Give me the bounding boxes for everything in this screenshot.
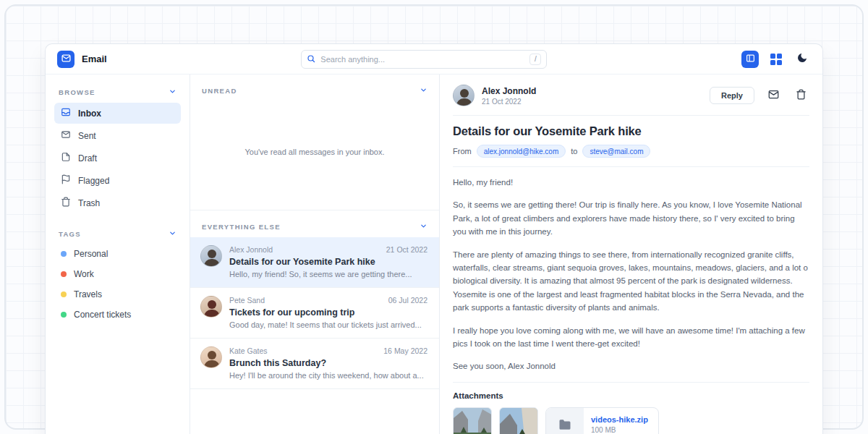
delete-email-button[interactable] (792, 87, 809, 104)
email-body: Hello, my friend! So, it seems we are ge… (453, 176, 809, 373)
browse-section-label: BROWSE (59, 88, 95, 96)
email-item-content: Alex Jonnold 21 Oct 2022 Details for our… (229, 245, 427, 278)
attachments-row: videos-hike.zip 100 MB (453, 407, 809, 434)
sidebar-item-draft[interactable]: Draft (54, 148, 181, 169)
send-icon (61, 129, 71, 142)
panel-layout-icon (746, 54, 755, 65)
topbar-actions (741, 51, 811, 68)
tags-section-label: TAGS (59, 230, 81, 238)
tag-label: Concert tickets (74, 310, 131, 320)
sidebar-item-label: Flagged (78, 176, 109, 186)
mail-list-column: UNREAD You've read all messages in your … (190, 75, 440, 434)
search-box[interactable]: / (301, 50, 547, 69)
trash-icon (61, 197, 71, 209)
avatar (200, 346, 222, 368)
app-logo (57, 51, 75, 68)
envelope-logo-icon (61, 53, 71, 66)
tag-item-concert-tickets[interactable]: Concert tickets (54, 305, 181, 324)
brand: Email (57, 51, 107, 68)
sidebar-item-sent[interactable]: Sent (54, 125, 181, 146)
tag-item-travels[interactable]: Travels (54, 285, 181, 304)
grid-icon (770, 54, 782, 65)
tag-color-dot (61, 271, 67, 277)
email-date: 16 May 2022 (383, 346, 427, 355)
tag-label: Travels (74, 289, 102, 299)
email-list-item[interactable]: Pete Sand 06 Jul 2022 Tickets for our up… (190, 288, 439, 339)
unread-section-label: UNREAD (202, 87, 237, 95)
panel-layout-button[interactable] (741, 51, 759, 68)
email-app-window: Email / (45, 43, 823, 434)
file-attachment-name[interactable]: videos-hike.zip (591, 415, 648, 424)
reader-header: Alex Jonnold 21 Oct 2022 Reply (453, 85, 809, 106)
top-bar: Email / (46, 44, 822, 75)
to-label: to (571, 147, 577, 156)
attachments-heading: Attachments (453, 391, 809, 400)
dark-mode-toggle[interactable] (793, 51, 811, 68)
reader-date: 21 Oct 2022 (482, 98, 702, 106)
sidebar-item-label: Draft (78, 153, 97, 163)
moon-icon (796, 52, 808, 66)
reader-sender-block: Alex Jonnold 21 Oct 2022 (482, 86, 702, 106)
file-attachment-meta: videos-hike.zip 100 MB (584, 415, 658, 434)
email-item-content: Kate Gates 16 May 2022 Brunch this Satur… (229, 346, 427, 380)
search-shortcut-key: / (529, 54, 541, 65)
email-list-item[interactable]: Alex Jonnold 21 Oct 2022 Details for our… (190, 237, 439, 288)
email-paragraph: There are plenty of amazing things to se… (453, 248, 809, 315)
tag-color-dot (61, 292, 67, 297)
email-item-content: Pete Sand 06 Jul 2022 Tickets for our up… (229, 296, 427, 329)
browse-section-header[interactable]: BROWSE (54, 85, 181, 103)
tag-item-work[interactable]: Work (54, 265, 181, 284)
file-attachment-card[interactable]: videos-hike.zip 100 MB (545, 407, 659, 434)
email-subject: Details for our Yosemite Park hike (229, 257, 427, 267)
sidebar-item-label: Trash (78, 198, 100, 208)
tags-section-header[interactable]: TAGS (54, 226, 181, 244)
to-email-chip: steve@mail.com (582, 145, 650, 158)
inbox-icon (61, 107, 71, 119)
sidebar-item-flagged[interactable]: Flagged (54, 170, 181, 191)
sidebar-item-label: Sent (78, 131, 96, 141)
chevron-down-icon (169, 88, 176, 97)
sidebar: BROWSE Inbox Sent (46, 75, 190, 434)
email-list-item[interactable]: Kate Gates 16 May 2022 Brunch this Satur… (190, 339, 439, 389)
email-preview: Hey! I'll be around the city this weeken… (229, 371, 427, 380)
tag-label: Work (74, 269, 94, 279)
email-sender: Alex Jonnold (229, 245, 273, 254)
tag-item-personal[interactable]: Personal (54, 244, 181, 263)
divider (453, 382, 809, 383)
everything-else-label: EVERYTHING ELSE (202, 223, 281, 231)
draft-icon (61, 152, 71, 164)
everything-else-section-header[interactable]: EVERYTHING ELSE (190, 210, 439, 237)
from-label: From (453, 147, 472, 156)
divider (453, 115, 809, 116)
reader-pane: Alex Jonnold 21 Oct 2022 Reply (440, 75, 822, 434)
chevron-down-icon (420, 86, 427, 95)
topbar-center: / (107, 50, 741, 69)
chevron-down-icon (169, 229, 176, 239)
tag-color-dot (61, 312, 67, 318)
email-paragraph: See you soon, Alex Jonnold (453, 359, 809, 373)
email-sender: Kate Gates (229, 346, 268, 355)
app-title: Email (82, 54, 107, 64)
envelope-icon (768, 89, 779, 102)
tag-color-dot (61, 251, 67, 257)
email-subject: Brunch this Saturday? (229, 358, 427, 368)
main-layout: BROWSE Inbox Sent (46, 75, 822, 434)
unread-section-header[interactable]: UNREAD (190, 75, 439, 101)
email-preview: Hello, my friend! So, it seems we are ge… (229, 270, 427, 278)
reply-button[interactable]: Reply (710, 87, 754, 104)
reader-sender-name: Alex Jonnold (482, 86, 702, 96)
sidebar-item-trash[interactable]: Trash (54, 192, 181, 213)
folder-icon (546, 408, 584, 434)
reader-actions: Reply (710, 87, 809, 104)
apps-grid-button[interactable] (767, 51, 785, 68)
email-paragraph: Hello, my friend! (453, 176, 809, 189)
image-attachment-thumbnail[interactable] (453, 407, 492, 434)
trash-icon (796, 89, 807, 102)
tag-label: Personal (74, 249, 108, 259)
search-input[interactable] (320, 55, 524, 64)
email-preview: Good day, mate! It seems that our ticket… (229, 320, 427, 329)
sidebar-item-inbox[interactable]: Inbox (54, 103, 181, 124)
image-attachment-thumbnail[interactable] (499, 407, 538, 434)
email-sender: Pete Sand (229, 296, 265, 305)
mark-unread-button[interactable] (765, 87, 782, 104)
